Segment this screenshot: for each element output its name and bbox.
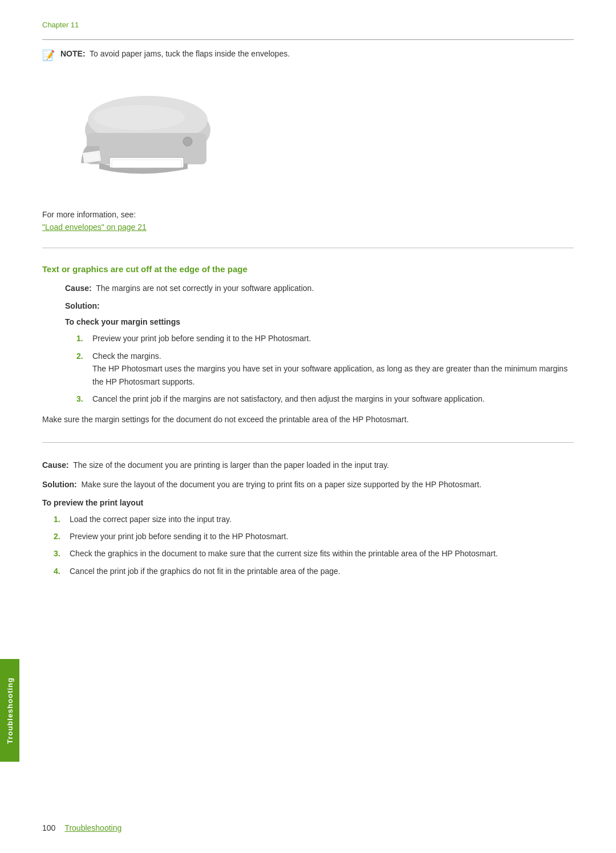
step-1-1: 1. Preview your print job before sending… xyxy=(76,332,574,345)
step-1-2: 2. Check the margins.The HP Photosmart u… xyxy=(76,350,574,388)
sub-heading-2: To preview the print layout xyxy=(42,498,574,507)
cause1-block: Cause: The margins are not set correctly… xyxy=(65,282,574,294)
step-2-3: 3. Check the graphics in the document to… xyxy=(54,547,574,560)
sub-heading-1: To check your margin settings xyxy=(65,317,574,326)
note-icon: 📝 xyxy=(42,49,55,62)
cause2-block: Cause: The size of the document you are … xyxy=(42,459,574,471)
step-2-1: 1. Load the correct paper size into the … xyxy=(54,513,574,525)
svg-rect-4 xyxy=(112,160,181,168)
page-container: Chapter 11 📝 NOTE: To avoid paper jams, … xyxy=(0,0,616,853)
sidebar-tab-text: Troubleshooting xyxy=(6,677,14,744)
step-2-4: 4. Cancel the print job if the graphics … xyxy=(54,565,574,577)
note-text: NOTE: To avoid paper jams, tuck the flap… xyxy=(60,49,290,58)
step-num-1: 1. xyxy=(76,332,87,345)
step-num-3: 3. xyxy=(76,393,87,405)
note-para-1: Make sure the margin settings for the do… xyxy=(42,413,574,426)
cause2-label: Cause: xyxy=(42,460,69,470)
section1-content: Cause: The margins are not set correctly… xyxy=(42,282,574,405)
printer-image xyxy=(65,79,213,193)
step-text-1: Preview your print job before sending it… xyxy=(92,332,574,345)
chapter-label: Chapter 11 xyxy=(42,21,574,29)
note-block: 📝 NOTE: To avoid paper jams, tuck the fl… xyxy=(42,49,574,67)
solution2-block: Solution: Make sure the layout of the do… xyxy=(42,478,574,491)
steps-list-1: 1. Preview your print job before sending… xyxy=(65,332,574,405)
cause1-text: The margins are not set correctly in you… xyxy=(96,284,314,293)
note-body: To avoid paper jams, tuck the flaps insi… xyxy=(90,49,290,58)
step-text-3: Cancel the print job if the margins are … xyxy=(92,393,574,405)
step2-num-2: 2. xyxy=(54,530,64,543)
step2-text-4: Cancel the print job if the graphics do … xyxy=(70,565,574,577)
step-text-2: Check the margins.The HP Photosmart uses… xyxy=(92,350,574,388)
section1-heading: Text or graphics are cut off at the edge… xyxy=(42,264,574,274)
for-more-info-text: For more information, see: xyxy=(42,210,574,219)
step2-text-3: Check the graphics in the document to ma… xyxy=(70,547,574,560)
load-envelopes-link[interactable]: "Load envelopes" on page 21 xyxy=(42,223,147,232)
solution1-label: Solution: xyxy=(65,301,574,310)
page-footer: 100 Troubleshooting xyxy=(42,823,574,832)
cause1-label: Cause: xyxy=(65,284,92,293)
printer-svg xyxy=(65,79,213,193)
sidebar-tab: Troubleshooting xyxy=(0,659,19,762)
section-divider-1 xyxy=(42,248,574,248)
step2-num-4: 4. xyxy=(54,565,64,577)
page-number: 100 xyxy=(42,823,55,832)
step-2-2: 2. Preview your print job before sending… xyxy=(54,530,574,543)
top-divider xyxy=(42,39,574,40)
footer-link[interactable]: Troubleshooting xyxy=(64,823,121,832)
step-1-3: 3. Cancel the print job if the margins a… xyxy=(76,393,574,405)
step2-num-3: 3. xyxy=(54,547,64,560)
step2-num-1: 1. xyxy=(54,513,64,525)
svg-point-6 xyxy=(94,105,185,130)
step-num-2: 2. xyxy=(76,350,87,362)
cause2-text: The size of the document you are printin… xyxy=(73,460,389,470)
solution2-label: Solution: xyxy=(42,480,77,489)
steps-list-2: 1. Load the correct paper size into the … xyxy=(42,513,574,578)
step2-text-1: Load the correct paper size into the inp… xyxy=(70,513,574,525)
svg-point-5 xyxy=(183,137,192,146)
section-divider-2 xyxy=(42,442,574,443)
solution2-text: Make sure the layout of the document you… xyxy=(81,480,481,489)
step2-text-2: Preview your print job before sending it… xyxy=(70,530,574,543)
note-label: NOTE: xyxy=(60,49,86,58)
